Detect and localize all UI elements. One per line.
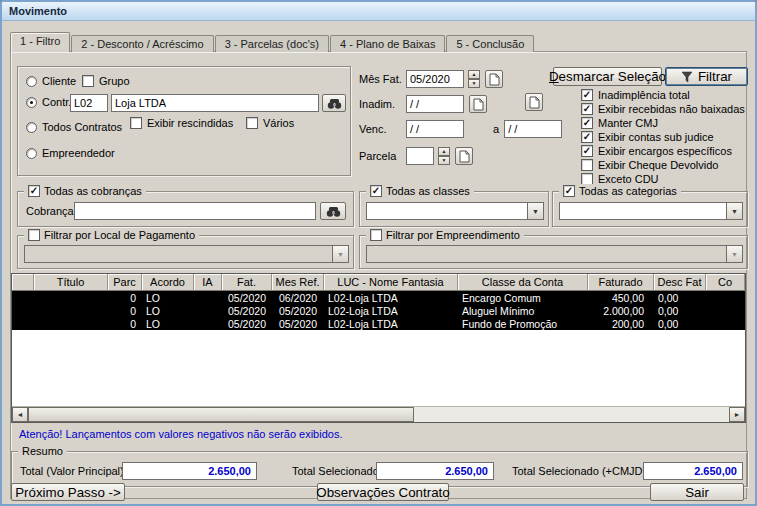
radio-icon xyxy=(26,76,37,87)
grid-header-ia[interactable]: IA xyxy=(194,274,222,291)
filtrar-empreendimento-checkbox[interactable] xyxy=(370,229,382,241)
desmarcar-selecao-button[interactable]: Desmarcar Seleção xyxy=(553,67,662,86)
grid-header-luc[interactable]: LUC - Nome Fantasia xyxy=(324,274,458,291)
checkbox-icon: ✓ xyxy=(581,131,593,143)
parcela-input[interactable] xyxy=(406,147,434,165)
contract-code-input[interactable]: L02 xyxy=(70,94,108,112)
cobrancas-groupbox: ✓ Todas as cobranças Cobrança xyxy=(17,191,354,227)
checkbox-exibir-rescindidas[interactable]: Exibir rescindidas xyxy=(130,117,233,129)
venc-from-input[interactable]: / / xyxy=(406,120,464,138)
grid-cell-parc: 0 xyxy=(108,304,142,317)
checkbox-exibir-rescindidas-label: Exibir rescindidas xyxy=(147,117,233,129)
proximo-passo-button[interactable]: Próximo Passo -> xyxy=(11,483,125,501)
categorias-dropdown[interactable]: ▼ xyxy=(559,202,743,220)
scroll-left-icon[interactable]: ◄ xyxy=(12,407,28,422)
dropdown-arrow-icon[interactable]: ▼ xyxy=(527,202,544,220)
grid-header-titulo[interactable]: Título xyxy=(34,274,108,291)
checkbox-encargos-especificos[interactable]: ✓ Exibir encargos específicos xyxy=(581,145,732,157)
classes-dropdown[interactable]: ▼ xyxy=(366,202,544,220)
tab-filtro[interactable]: 1 - Filtro xyxy=(10,32,70,52)
grid-cell-co xyxy=(706,304,745,317)
grid-horizontal-scrollbar[interactable]: ◄ ► xyxy=(12,406,745,422)
inadim-input[interactable]: / / xyxy=(406,95,464,113)
grid-header-classe[interactable]: Classe da Conta xyxy=(458,274,588,291)
local-pagamento-title: Filtrar por Local de Pagamento xyxy=(44,229,195,241)
checkbox-inadimplencia-total[interactable]: ✓ Inadimplência total xyxy=(581,89,690,101)
checkbox-manter-cmj[interactable]: ✓ Manter CMJ xyxy=(581,117,658,129)
spin-down-icon[interactable]: ▼ xyxy=(468,79,480,88)
total-selecionado-cmjd-label: Total Selecionado (+CMJD) xyxy=(512,465,646,477)
categorias-legend: ✓ Todas as categorias xyxy=(559,184,681,198)
spin-down-icon[interactable]: ▼ xyxy=(438,156,450,165)
mes-fat-label: Mês Fat. xyxy=(359,73,401,85)
contract-search-button[interactable] xyxy=(322,94,346,112)
grid-header-mes-ref[interactable]: Mes Ref. xyxy=(272,274,324,291)
grid-header-fat[interactable]: Fat. xyxy=(222,274,272,291)
spin-up-icon[interactable]: ▲ xyxy=(468,70,480,79)
inadim-row: Inadim. / / xyxy=(359,95,487,113)
grid-header-faturado[interactable]: Faturado xyxy=(588,274,654,291)
checkbox-exibir-recebidas[interactable]: ✓ Exibir recebidas não baixadas xyxy=(581,103,745,115)
scrollbar-thumb[interactable] xyxy=(28,407,414,422)
radio-cliente[interactable]: Cliente xyxy=(26,75,76,87)
grid-header-co[interactable]: Co xyxy=(706,274,745,291)
local-pagamento-dropdown[interactable]: ▼ xyxy=(24,245,349,263)
grid-header-parc[interactable]: Parc xyxy=(108,274,142,291)
mes-fat-value: 05/2020 xyxy=(410,73,450,85)
todas-categorias-checkbox[interactable]: ✓ xyxy=(563,185,575,197)
mes-fat-input[interactable]: 05/2020 xyxy=(406,70,464,88)
todas-classes-checkbox[interactable]: ✓ xyxy=(370,185,382,197)
empreendimento-dropdown-value xyxy=(366,245,726,263)
empreendimento-dropdown[interactable]: ▼ xyxy=(366,245,743,263)
tab-conclusao[interactable]: 5 - Conclusão xyxy=(446,35,534,52)
cobranca-input[interactable] xyxy=(74,202,316,220)
venc-calendar-button[interactable] xyxy=(525,93,543,111)
filter-funnel-icon xyxy=(681,71,693,83)
inadim-calendar-button[interactable] xyxy=(469,95,487,113)
grid-cell-classe: Encargo Comum xyxy=(458,291,588,304)
filtrar-local-pagamento-checkbox[interactable] xyxy=(28,229,40,241)
grid-cell-mes-ref: 05/2020 xyxy=(272,304,324,317)
radio-todos-contratos[interactable]: Todos Contratos xyxy=(26,121,122,133)
grid-header-acordo[interactable]: Acordo xyxy=(142,274,194,291)
grid-row[interactable]: 0 LO 05/2020 05/2020 L02-Loja LTDA Alugu… xyxy=(12,304,745,317)
dropdown-arrow-icon[interactable]: ▼ xyxy=(726,202,743,220)
radio-empreendedor[interactable]: Empreendedor xyxy=(26,147,115,159)
scroll-right-icon[interactable]: ► xyxy=(729,407,745,422)
sair-button[interactable]: Sair xyxy=(650,483,744,501)
parcela-calendar-button[interactable] xyxy=(455,147,473,165)
contract-name-input[interactable]: Loja LTDA xyxy=(111,94,319,112)
local-pagamento-dropdown-value xyxy=(24,245,332,263)
grid-header-desc-fat[interactable]: Desc Fat xyxy=(654,274,706,291)
grid-cell-fat: 05/2020 xyxy=(222,304,272,317)
grid-row[interactable]: 0 LO 05/2020 05/2020 L02-Loja LTDA Fundo… xyxy=(12,317,745,330)
filtrar-button[interactable]: Filtrar xyxy=(665,67,748,86)
spin-up-icon[interactable]: ▲ xyxy=(438,147,450,156)
grid-header-selector[interactable] xyxy=(12,274,34,291)
venc-to-input[interactable]: / / xyxy=(504,120,562,138)
grid-cell-ia xyxy=(194,317,222,330)
total-selecionado-value: 2.650,00 xyxy=(445,465,488,477)
radio-empreendedor-label: Empreendedor xyxy=(42,147,115,159)
checkbox-cheque-devolvido[interactable]: Exibir Cheque Devolvido xyxy=(581,159,718,171)
mes-fat-calendar-button[interactable] xyxy=(485,70,503,88)
grid-row[interactable]: 0 LO 05/2020 06/2020 L02-Loja LTDA Encar… xyxy=(12,291,745,304)
grid-cell-fat: 05/2020 xyxy=(222,317,272,330)
tab-plano-baixas[interactable]: 4 - Plano de Baixas xyxy=(330,35,445,52)
checkbox-grupo[interactable]: Grupo xyxy=(82,75,130,87)
checkbox-contas-sub-judice[interactable]: ✓ Exibir contas sub judice xyxy=(581,131,714,143)
radio-icon xyxy=(26,97,37,108)
todas-cobrancas-checkbox[interactable]: ✓ xyxy=(28,185,40,197)
window-titlebar[interactable]: Movimento xyxy=(2,2,755,21)
tab-parcelas[interactable]: 3 - Parcelas (doc's) xyxy=(215,35,329,52)
radio-contr[interactable]: Contr. xyxy=(26,96,71,108)
radio-icon xyxy=(26,122,37,133)
checkbox-varios[interactable]: Vários xyxy=(246,117,294,129)
warning-text: Atenção! Lançamentos com valores negativ… xyxy=(19,428,342,440)
grid-cell-ia xyxy=(194,304,222,317)
parcela-spinner: ▲ ▼ xyxy=(438,147,450,165)
observacoes-contrato-button[interactable]: Observações Contrato xyxy=(317,483,449,501)
tab-desconto-acrescimo[interactable]: 2 - Desconto / Acréscimo xyxy=(71,35,213,52)
cobranca-search-button[interactable] xyxy=(320,202,346,220)
grid-cell-luc: L02-Loja LTDA xyxy=(324,304,458,317)
